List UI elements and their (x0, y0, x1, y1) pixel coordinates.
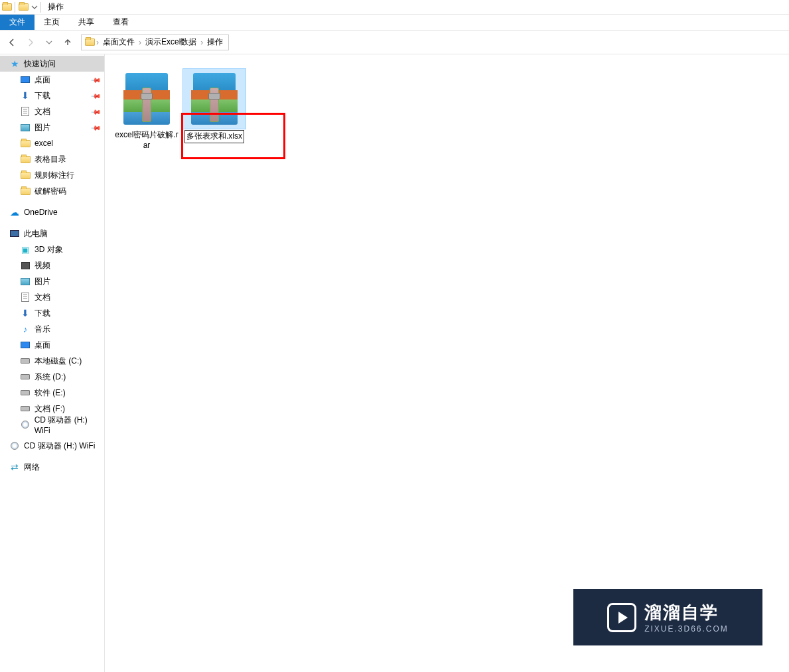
sidebar-item-music[interactable]: ♪音乐 (0, 321, 104, 337)
sidebar-item-videos[interactable]: 视频 (0, 257, 104, 273)
sidebar-item-folder[interactable]: excel (0, 135, 104, 151)
tab-view[interactable]: 查看 (104, 15, 138, 30)
download-icon: ⬇ (20, 308, 31, 318)
label: 音乐 (35, 324, 50, 335)
chevron-right-icon: › (199, 38, 204, 47)
back-button[interactable] (4, 34, 20, 50)
pin-icon: 📌 (91, 106, 102, 117)
sidebar-item-documents[interactable]: 文档📌 (0, 103, 104, 119)
folder-icon (20, 170, 31, 180)
label: 表格目录 (35, 154, 66, 165)
star-icon: ★ (9, 58, 20, 69)
onedrive-icon: ☁ (9, 207, 20, 218)
play-icon (607, 603, 636, 632)
sidebar-item-cd-drive[interactable]: CD 驱动器 (H:) WiFi (0, 417, 104, 433)
label: 视频 (35, 260, 50, 271)
sidebar-item-documents[interactable]: 文档 (0, 289, 104, 305)
folder-icon (20, 154, 31, 165)
watermark-title: 溜溜自学 (644, 601, 729, 624)
label: excel (35, 139, 53, 148)
file-item[interactable]: excel密码片破解.rar (114, 68, 179, 152)
label: 桌面 (35, 74, 50, 86)
desktop-icon (20, 340, 31, 350)
ribbon-tabs: 文件 主页 共享 查看 (0, 15, 789, 31)
folder-icon (20, 138, 31, 149)
drive-icon (20, 371, 31, 382)
breadcrumb-segment[interactable]: 桌面文件 (100, 36, 137, 48)
drive-icon (20, 387, 31, 398)
forward-button[interactable] (23, 34, 38, 50)
sidebar-item-pictures[interactable]: 图片 (0, 273, 104, 289)
label: 软件 (E:) (35, 387, 66, 399)
network-icon: ⇄ (9, 462, 20, 472)
sidebar-item-folder[interactable]: 破解密码 (0, 183, 104, 199)
document-icon (20, 292, 31, 302)
document-icon (20, 106, 31, 117)
sidebar-item-onedrive[interactable]: ☁OneDrive (0, 204, 104, 220)
label: 此电脑 (24, 228, 48, 239)
file-name-label[interactable]: excel密码片破解.rar (115, 130, 179, 151)
up-button[interactable] (60, 34, 76, 50)
cd-icon (9, 440, 20, 451)
sidebar-item-downloads[interactable]: ⬇下载 (0, 305, 104, 321)
pin-icon: 📌 (91, 90, 102, 101)
dropdown-icon[interactable] (31, 4, 38, 11)
body: ★ 快速访问 桌面📌 ⬇下载📌 文档📌 图片📌 excel 表格目录 规则标注行… (0, 54, 789, 672)
this-pc-header[interactable]: 此电脑 (0, 226, 104, 241)
label: 本地磁盘 (C:) (35, 356, 82, 367)
nav-bar: › 桌面文件 › 演示Excel数据 › 操作 (0, 31, 789, 54)
sidebar-item-pictures[interactable]: 图片📌 (0, 119, 104, 135)
sidebar-item-cd-drive-root[interactable]: CD 驱动器 (H:) WiFi (0, 438, 104, 454)
sidebar-item-drive-e[interactable]: 软件 (E:) (0, 385, 104, 401)
label: 文档 (F:) (35, 403, 65, 415)
download-icon: ⬇ (20, 90, 31, 101)
folder-icon (84, 37, 95, 48)
tab-share[interactable]: 共享 (69, 15, 104, 30)
archive-icon (115, 69, 178, 129)
sidebar-item-drive-c[interactable]: 本地磁盘 (C:) (0, 353, 104, 369)
label: 桌面 (35, 340, 50, 351)
recent-dropdown[interactable] (41, 34, 57, 50)
sidebar-item-folder[interactable]: 规则标注行 (0, 167, 104, 183)
label: CD 驱动器 (H:) WiFi (24, 440, 95, 452)
sidebar-item-network[interactable]: ⇄网络 (0, 459, 104, 475)
label: 下载 (35, 308, 50, 319)
breadcrumb-bar[interactable]: › 桌面文件 › 演示Excel数据 › 操作 (81, 34, 229, 50)
sidebar-item-desktop[interactable]: 桌面 (0, 337, 104, 353)
desktop-icon (20, 74, 31, 85)
drive-icon (20, 356, 31, 366)
explorer-window: 操作 文件 主页 共享 查看 › 桌面文件 › 演示Excel数据 › 操作 (0, 0, 789, 672)
picture-icon (20, 276, 31, 287)
label: 系统 (D:) (35, 371, 66, 383)
sidebar-item-3d[interactable]: ▣3D 对象 (0, 241, 104, 257)
chevron-right-icon: › (95, 38, 100, 47)
file-rename-input[interactable]: 多张表求和.xlsx (184, 130, 244, 143)
label: 图片 (35, 276, 50, 287)
sidebar-item-desktop[interactable]: 桌面📌 (0, 72, 104, 88)
quick-access-header[interactable]: ★ 快速访问 (0, 56, 104, 72)
folder-icon (20, 186, 31, 196)
pin-icon: 📌 (91, 122, 102, 133)
3d-icon: ▣ (20, 244, 31, 255)
label: 下载 (35, 90, 50, 101)
folder-icon (1, 2, 12, 13)
breadcrumb-segment[interactable]: 操作 (204, 36, 226, 48)
chevron-right-icon: › (137, 38, 143, 47)
label: 文档 (35, 106, 50, 117)
label: 图片 (35, 122, 50, 133)
label: OneDrive (24, 208, 58, 217)
tab-file[interactable]: 文件 (0, 15, 35, 30)
picture-icon (20, 122, 31, 133)
pin-icon: 📌 (91, 74, 102, 85)
label: 快速访问 (24, 58, 56, 70)
file-item-selected[interactable]: 多张表求和.xlsx (182, 68, 247, 145)
sidebar-item-folder[interactable]: 表格目录 (0, 151, 104, 167)
label: 网络 (24, 462, 40, 473)
drive-icon (20, 403, 31, 414)
sidebar-item-drive-d[interactable]: 系统 (D:) (0, 369, 104, 385)
file-list-area[interactable]: excel密码片破解.rar 多张表求和.xlsx 溜溜自学 ZIXUE.3D6… (105, 54, 789, 672)
breadcrumb-segment[interactable]: 演示Excel数据 (143, 36, 199, 48)
cd-icon (20, 419, 31, 430)
tab-home[interactable]: 主页 (35, 15, 69, 30)
sidebar-item-downloads[interactable]: ⬇下载📌 (0, 88, 104, 103)
